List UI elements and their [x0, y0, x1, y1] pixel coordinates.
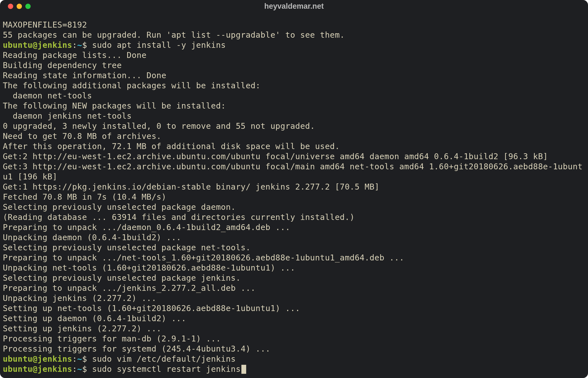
output-line: Preparing to unpack .../daemon_0.6.4-1bu… [3, 222, 290, 232]
output-line: Selecting previously unselected package … [3, 273, 241, 283]
output-line: daemon jenkins net-tools [3, 111, 132, 121]
output-line: Unpacking jenkins (2.277.2) ... [3, 293, 156, 303]
prompt-host: jenkins [37, 40, 72, 50]
prompt-at: @ [33, 40, 38, 50]
output-line: Unpacking daemon (0.6.4-1build2) ... [3, 233, 181, 242]
window-controls [8, 4, 31, 9]
output-line: Preparing to unpack .../jenkins_2.277.2_… [3, 283, 255, 293]
output-line: Reading package lists... Done [3, 50, 147, 60]
output-line: Get:2 http://eu-west-1.ec2.archive.ubunt… [3, 152, 548, 161]
output-line: The following NEW packages will be insta… [3, 101, 226, 111]
prompt-at: @ [33, 354, 38, 364]
prompt-colon: : [72, 40, 77, 50]
prompt-symbol: $ [82, 364, 87, 374]
prompt-symbol: $ [82, 40, 87, 50]
output-line: Need to get 70.8 MB of archives. [3, 131, 161, 141]
output-line: Selecting previously unselected package … [3, 202, 236, 212]
window-title: heyvaldemar.net [0, 2, 588, 11]
output-line: Get:1 https://pkg.jenkins.io/debian-stab… [3, 182, 380, 192]
output-line: daemon net-tools [3, 91, 92, 100]
prompt-colon: : [72, 354, 77, 364]
output-line: Fetched 70.8 MB in 7s (10.4 MB/s) [3, 192, 166, 202]
cursor-icon [241, 365, 246, 374]
prompt-host: jenkins [37, 354, 72, 364]
output-line: Setting up net-tools (1.60+git20180626.a… [3, 303, 300, 313]
output-line: Preparing to unpack .../net-tools_1.60+g… [3, 253, 404, 262]
output-line: Reading state information... Done [3, 71, 166, 80]
output-line: Selecting previously unselected package … [3, 243, 251, 252]
prompt-path: ~ [77, 354, 82, 364]
output-line: 55 packages can be upgraded. Run 'apt li… [3, 30, 345, 40]
minimize-icon[interactable] [17, 4, 22, 9]
output-line: Processing triggers for man-db (2.9.1-1)… [3, 334, 221, 343]
output-line: Get:3 http://eu-west-1.ec2.archive.ubunt… [3, 162, 583, 181]
titlebar: heyvaldemar.net [0, 0, 588, 12]
output-line: MAXOPENFILES=8192 [3, 20, 87, 30]
output-line: Setting up jenkins (2.277.2) ... [3, 324, 161, 333]
output-line: (Reading database ... 63914 files and di… [3, 212, 355, 222]
output-line: Building dependency tree [3, 60, 122, 70]
prompt-at: @ [33, 364, 38, 374]
close-icon[interactable] [8, 4, 13, 9]
prompt-user: ubuntu [3, 40, 33, 50]
terminal-body[interactable]: MAXOPENFILES=8192 55 packages can be upg… [0, 12, 588, 378]
prompt-user: ubuntu [3, 354, 33, 364]
prompt-colon: : [72, 364, 77, 374]
output-line: Setting up daemon (0.6.4-1build2) ... [3, 314, 186, 323]
output-line: Processing triggers for systemd (245.4-4… [3, 344, 270, 354]
terminal-window: heyvaldemar.net MAXOPENFILES=8192 55 pac… [0, 0, 588, 378]
command-text: sudo apt install -y jenkins [87, 40, 226, 50]
command-text: sudo vim /etc/default/jenkins [87, 354, 236, 364]
output-line: Unpacking net-tools (1.60+git20180626.ae… [3, 263, 295, 273]
zoom-icon[interactable] [25, 4, 31, 9]
prompt-symbol: $ [82, 354, 87, 364]
prompt-user: ubuntu [3, 364, 33, 374]
command-text: sudo systemctl restart jenkins [87, 364, 241, 374]
prompt-path: ~ [77, 364, 82, 374]
output-line: After this operation, 72.1 MB of additio… [3, 141, 340, 151]
output-line: 0 upgraded, 3 newly installed, 0 to remo… [3, 121, 315, 131]
prompt-path: ~ [77, 40, 82, 50]
output-line: The following additional packages will b… [3, 81, 261, 90]
prompt-host: jenkins [37, 364, 72, 374]
